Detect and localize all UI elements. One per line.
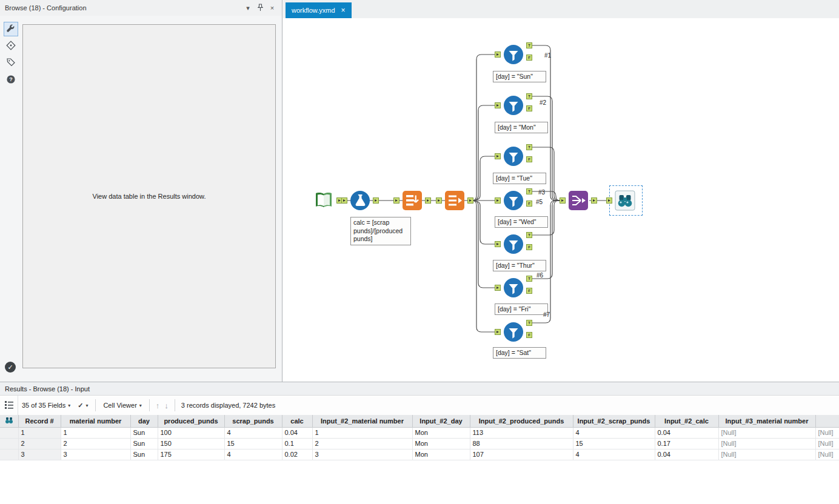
chevron-down-icon[interactable]: ▾: [243, 4, 253, 12]
apply-check-button[interactable]: ✓ ▾: [75, 402, 90, 409]
table-cell: Mon: [412, 427, 470, 438]
input-anchor[interactable]: [495, 102, 501, 108]
config-tab-navigation[interactable]: [4, 39, 18, 53]
output-anchor[interactable]: [373, 197, 379, 204]
input-anchor[interactable]: [560, 197, 566, 204]
config-tab-configuration[interactable]: [4, 22, 18, 36]
true-output-anchor[interactable]: T: [526, 320, 532, 326]
filter-tool-sun[interactable]: T F: [503, 44, 524, 65]
transform-tool-1[interactable]: [402, 190, 423, 211]
input-anchor[interactable]: [495, 51, 501, 58]
fields-dropdown[interactable]: 35 of 35 Fields ▾: [19, 402, 73, 409]
configuration-panel-header: Browse (18) - Configuration ▾ ×: [0, 0, 282, 16]
column-header[interactable]: Input_#3_material number: [718, 415, 815, 427]
column-header[interactable]: scrap_punds: [224, 415, 282, 427]
table-cell: [Null]: [718, 449, 815, 460]
true-output-anchor[interactable]: T: [526, 188, 532, 194]
table-cell: 175: [158, 449, 224, 460]
filter-tool-mon[interactable]: T F: [503, 95, 524, 116]
input-anchor[interactable]: [393, 197, 399, 204]
filter-tool-fri[interactable]: T F: [503, 277, 524, 298]
column-header[interactable]: material number: [61, 415, 130, 427]
input-anchor[interactable]: [495, 153, 501, 159]
binoculars-icon: [615, 190, 635, 211]
table-cell: [Null]: [815, 427, 839, 438]
column-header[interactable]: calc: [282, 415, 312, 427]
input-anchor[interactable]: [495, 241, 501, 247]
flask-icon: [350, 190, 370, 211]
input-anchor[interactable]: [341, 197, 347, 204]
pin-icon[interactable]: [255, 4, 265, 13]
filter-tool-sat[interactable]: T F: [503, 322, 524, 342]
column-header[interactable]: Inpu: [815, 415, 839, 427]
formula-tool[interactable]: [350, 190, 370, 211]
table-row[interactable]: 33Sun17540.023Mon10740.04[Null][Null]: [0, 449, 839, 460]
column-header[interactable]: Input_#2_scrap_punds: [573, 415, 655, 427]
false-output-anchor[interactable]: F: [526, 288, 532, 294]
funnel-icon: [503, 44, 524, 65]
input-data-tool[interactable]: [313, 190, 334, 211]
move-up-button[interactable]: ↑: [153, 401, 162, 410]
tab-workflow[interactable]: workflow.yxmd ×: [286, 2, 352, 18]
filter-annotation-wed[interactable]: [day] = "Wed": [495, 216, 548, 228]
close-icon[interactable]: ×: [267, 4, 277, 12]
filter-annotation-sat[interactable]: [day] = "Sat": [493, 347, 546, 359]
filter-annotation-fri[interactable]: [day] = "Fri": [495, 303, 548, 315]
column-header[interactable]: Input_#2_calc: [655, 415, 718, 427]
records-summary: 3 records displayed, 7242 bytes: [181, 402, 275, 409]
column-header[interactable]: Record #: [18, 415, 61, 427]
input-anchor[interactable]: [495, 197, 501, 204]
true-output-anchor[interactable]: T: [526, 93, 532, 99]
config-tab-help[interactable]: ?: [4, 73, 18, 87]
column-header[interactable]: Input_#2_material number: [312, 415, 412, 427]
configuration-content: View data table in the Results window.: [22, 24, 276, 368]
table-row[interactable]: 11Sun10040.041Mon11340.04[Null][Null]: [0, 427, 839, 438]
workflow-canvas[interactable]: T F T F T F T F: [283, 18, 839, 382]
output-anchor[interactable]: [591, 197, 597, 204]
false-output-anchor[interactable]: F: [526, 244, 532, 250]
filter-annotation-thur[interactable]: [day] = "Thur": [493, 260, 546, 271]
false-output-anchor[interactable]: F: [526, 201, 532, 207]
move-down-button[interactable]: ↓: [162, 401, 171, 410]
true-output-anchor[interactable]: T: [526, 42, 532, 48]
transform-tool-2[interactable]: [444, 190, 465, 211]
wire-tag: #5: [536, 199, 543, 205]
input-anchor[interactable]: [495, 329, 501, 335]
filter-annotation-mon[interactable]: [day] = "Mon": [495, 122, 548, 133]
filter-tool-thur[interactable]: T F: [503, 234, 524, 254]
join-multiple-tool[interactable]: [568, 190, 589, 211]
true-output-anchor[interactable]: T: [526, 232, 532, 238]
filter-annotation-tue[interactable]: [day] = "Tue": [493, 173, 546, 184]
table-cell: 0.04: [655, 427, 718, 438]
toolbar-separator: [95, 399, 96, 411]
tab-close-icon[interactable]: ×: [341, 6, 346, 15]
table-cell: 107: [470, 449, 573, 460]
config-tab-annotation[interactable]: [4, 56, 18, 70]
false-output-anchor[interactable]: F: [526, 332, 532, 338]
input-anchor[interactable]: [436, 197, 442, 204]
output-anchor[interactable]: [425, 197, 431, 204]
input-anchor[interactable]: [495, 285, 501, 291]
column-header[interactable]: Input_#2_produced_punds: [470, 415, 573, 427]
toolbar-separator: [149, 399, 150, 411]
formula-annotation[interactable]: calc = [scrap punds]/[produced punds]: [350, 217, 411, 245]
browse-tool[interactable]: [615, 190, 635, 211]
column-header[interactable]: day: [130, 415, 158, 427]
input-anchor[interactable]: [606, 197, 612, 204]
cell-viewer-dropdown[interactable]: Cell Viewer ▾: [101, 402, 144, 409]
output-anchor[interactable]: [467, 197, 473, 204]
table-row[interactable]: 22Sun150150.12Mon88150.17[Null][Null]: [0, 438, 839, 449]
filter-tool-wed[interactable]: T F: [503, 190, 524, 211]
canvas-region: workflow.yxmd ×: [283, 0, 839, 382]
column-header[interactable]: Input_#2_day: [412, 415, 470, 427]
column-header[interactable]: produced_punds: [158, 415, 224, 427]
false-output-anchor[interactable]: F: [526, 105, 532, 111]
filter-annotation-sun[interactable]: [day] = "Sun": [493, 71, 546, 82]
true-output-anchor[interactable]: T: [526, 276, 532, 282]
filter-tool-tue[interactable]: T F: [503, 146, 524, 167]
false-output-anchor[interactable]: F: [526, 55, 532, 61]
fields-list-button[interactable]: [0, 396, 18, 415]
wire-tag: #7: [543, 311, 550, 318]
true-output-anchor[interactable]: T: [526, 144, 532, 150]
false-output-anchor[interactable]: F: [526, 156, 532, 162]
